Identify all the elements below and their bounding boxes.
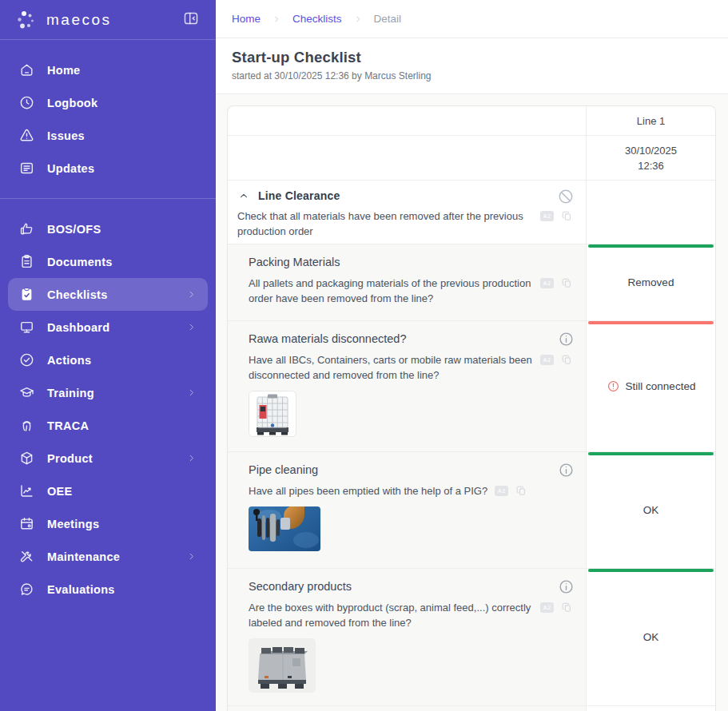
info-icon[interactable] [558, 462, 575, 479]
sidebar-item-label: Product [47, 452, 93, 465]
sidebar-item-issues[interactable]: Issues [8, 119, 208, 152]
copy-icon[interactable] [515, 485, 527, 497]
sidebar-item-label: Meetings [47, 518, 99, 530]
clipboard-icon [18, 253, 35, 270]
info-icon[interactable] [558, 331, 575, 348]
status-cell[interactable]: OK [586, 452, 715, 568]
sidebar-collapse-button[interactable] [181, 10, 201, 30]
sidebar-item-evaluations[interactable]: Evaluations [8, 573, 208, 606]
status-text: Removed [628, 276, 674, 288]
table-date-row: 30/10/2025 12:36 [228, 135, 715, 180]
translate-icon[interactable]: A2 [540, 602, 554, 613]
sidebar-item-checklists[interactable]: Checklists [8, 278, 208, 311]
sidebar-item-meetings[interactable]: Meetings [8, 507, 208, 540]
status-cell[interactable]: Removed [586, 244, 715, 320]
status-color-bar [588, 244, 714, 248]
chart-icon [18, 483, 35, 499]
translate-icon[interactable]: A2 [540, 278, 554, 288]
sidebar-item-actions[interactable]: Actions [8, 344, 208, 376]
sidebar-item-logbook[interactable]: Logbook [8, 86, 208, 119]
sidebar-item-maintenance[interactable]: Maintenance [8, 540, 208, 573]
status-cell[interactable]: OK [586, 569, 715, 705]
breadcrumb-separator-icon [271, 14, 282, 25]
sidebar-item-label: Documents [47, 256, 113, 268]
sidebar-item-label: Home [47, 64, 81, 77]
status-text: OK [643, 631, 659, 643]
info-icon[interactable] [558, 578, 575, 595]
sidebar-item-bos-ofs[interactable]: BOS/OFS [8, 213, 208, 245]
pallet-box-image[interactable] [249, 638, 573, 696]
content-area: Line 1 30/10/2025 12:36 [216, 94, 728, 711]
sidebar-item-label: OEE [47, 485, 73, 498]
status-value: Still connected [607, 379, 696, 393]
checklist-item-row: Secondary productsAre the boxes with byp… [228, 568, 715, 705]
translate-icon[interactable]: A2 [495, 486, 508, 496]
item-description: Have all IBCs, Containers, carts or mobi… [249, 352, 533, 383]
copy-icon[interactable] [561, 277, 573, 289]
copy-icon[interactable] [561, 602, 573, 614]
date-empty-cell [228, 136, 586, 180]
message-icon [18, 581, 35, 598]
section-header-row: Line Clearance Check that all materials … [228, 180, 715, 244]
sidebar-nav: HomeLogbookIssuesUpdatesBOS/OFSDocuments… [0, 40, 216, 619]
page-title: Start-up Checklist [232, 49, 712, 66]
translate-icon[interactable]: A2 [540, 355, 554, 365]
sidebar-item-label: Dashboard [47, 321, 109, 334]
chevron-up-icon[interactable] [237, 189, 250, 202]
pipe-image[interactable] [249, 506, 573, 554]
item-description: Have all pipes been emptied with the hel… [249, 483, 487, 498]
sidebar-item-home[interactable]: Home [8, 54, 208, 86]
section-header-cell: Line Clearance Check that all materials … [228, 181, 586, 244]
app-logo: maecos [46, 11, 112, 29]
line-column-header: Line 1 [586, 106, 715, 135]
checklist-table: Line 1 30/10/2025 12:36 [227, 105, 716, 711]
status-color-bar [588, 321, 714, 324]
sidebar-group: BOS/OFSDocumentsChecklistsDashboardActio… [0, 199, 216, 619]
item-cell: Pipe cleaningHave all pipes been emptied… [228, 452, 586, 568]
breadcrumb-checklists[interactable]: Checklists [292, 13, 342, 25]
monitor-icon [18, 319, 35, 336]
sidebar-item-traca[interactable]: TRACA [8, 409, 208, 442]
newspaper-icon [18, 160, 35, 177]
checklist-item-row: Pipe cleaningHave all pipes been emptied… [228, 451, 715, 568]
item-cell: Packing MaterialsAll pallets and packagi… [228, 244, 586, 320]
sidebar-item-updates[interactable]: Updates [8, 152, 208, 185]
item-cell: Secondary productsAre the boxes with byp… [228, 569, 586, 705]
item-title: Secondary products [249, 580, 573, 593]
copy-icon[interactable] [561, 354, 573, 366]
sidebar-item-label: TRACA [47, 419, 89, 432]
cube-icon [18, 450, 35, 467]
breadcrumb-home[interactable]: Home [232, 13, 261, 25]
translate-icon[interactable]: A2 [540, 211, 554, 221]
sidebar-item-training[interactable]: Training [8, 376, 208, 409]
item-description: All pallets and packaging materials of t… [249, 276, 533, 306]
started-date: 30/10/2025 [625, 143, 677, 158]
home-icon [18, 62, 35, 78]
checklist-item-row: Rawa materials disconnected?Have all IBC… [228, 320, 715, 451]
section-title: Line Clearance [258, 189, 340, 202]
clipboard-check-icon [18, 286, 35, 303]
status-value: OK [643, 504, 659, 516]
fingerprint-icon [18, 417, 35, 434]
ban-icon[interactable] [557, 188, 575, 205]
sidebar-item-oee[interactable]: OEE [8, 475, 208, 507]
item-title: Pipe cleaning [249, 463, 573, 476]
status-text: Still connected [626, 380, 696, 392]
copy-icon[interactable] [561, 210, 573, 222]
app-root: maecos HomeLogbookIssuesUpdatesBOS/OFSDo… [0, 0, 728, 711]
sidebar-item-dashboard[interactable]: Dashboard [8, 311, 208, 344]
sidebar-item-product[interactable]: Product [8, 442, 208, 475]
status-value: OK [643, 631, 659, 643]
status-cell[interactable]: Still connected [586, 321, 715, 451]
ibc-container-image[interactable] [249, 391, 573, 440]
item-description: Are the boxes with byproduct (scrap, ani… [249, 600, 533, 630]
main-area: HomeChecklistsDetail Start-up Checklist … [216, 0, 728, 711]
status-text: OK [643, 504, 659, 516]
chevron-right-icon [185, 452, 197, 464]
status-color-bar [588, 569, 714, 572]
graduation-cap-icon [18, 384, 35, 401]
breadcrumb: HomeChecklistsDetail [216, 0, 728, 38]
sidebar-item-documents[interactable]: Documents [8, 245, 208, 278]
sidebar-item-label: Checklists [47, 288, 108, 301]
logo-icon [16, 10, 37, 30]
